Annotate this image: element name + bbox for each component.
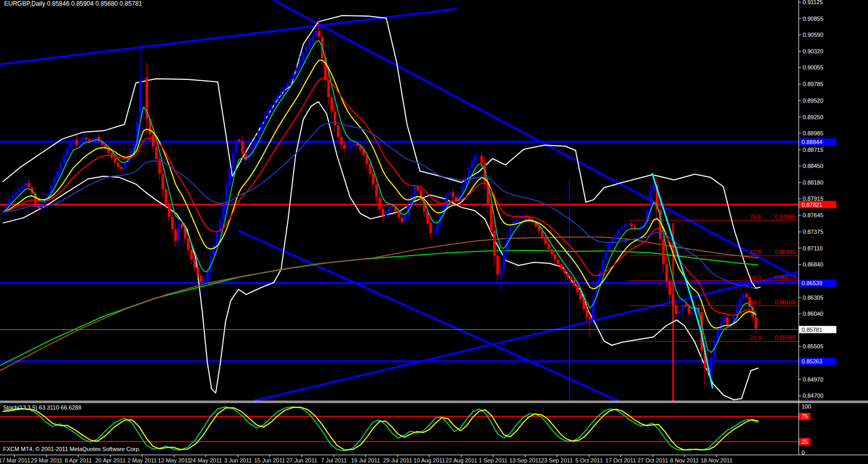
panel-separator[interactable] xyxy=(0,402,868,403)
fib-level-percent: 50.0 xyxy=(750,274,761,280)
stochastic-indicator-label: Stoch(13,3,5) 63.3110 66.6288 xyxy=(3,404,81,411)
fib-level-percent: 61.8 xyxy=(750,249,761,255)
date-axis-label[interactable]: 27 Jun 2011 xyxy=(286,457,317,463)
date-axis-label[interactable]: 20 Apr 2011 xyxy=(95,457,126,463)
date-axis-label[interactable]: 15 Jun 2011 xyxy=(254,457,285,463)
candle-body xyxy=(18,189,21,192)
candle-body xyxy=(193,259,196,268)
candle-body xyxy=(631,223,633,226)
candle-body xyxy=(349,146,352,148)
candle-body xyxy=(675,306,678,314)
candle-body xyxy=(206,272,209,281)
candle-body xyxy=(388,206,390,212)
date-axis-label[interactable]: 8 Apr 2011 xyxy=(65,457,92,463)
chart-background xyxy=(0,0,868,464)
fib-level-price: 0.86985 xyxy=(775,249,795,255)
candle-body xyxy=(229,168,231,186)
candle-body xyxy=(238,140,241,142)
copyright-label: FXCM MT4, © 2001-2011 MetaQuotes Softwar… xyxy=(3,446,141,452)
candle-body xyxy=(563,269,566,273)
candle-body xyxy=(244,153,247,160)
candle-body xyxy=(302,52,304,61)
candle-body xyxy=(267,110,269,116)
date-axis-label[interactable]: 18 Nov 2011 xyxy=(701,457,733,463)
candle-body xyxy=(263,116,266,123)
candle-body xyxy=(120,167,123,169)
candle-body xyxy=(152,134,155,146)
date-axis-label[interactable]: 5 Oct 2011 xyxy=(576,457,603,463)
date-axis-label[interactable]: 17 Mar 2011 xyxy=(0,457,30,463)
date-axis-label[interactable]: 12 May 2011 xyxy=(158,457,191,463)
price-axis-label: 0.85505 xyxy=(803,343,823,349)
date-axis-label[interactable]: 10 Aug 2011 xyxy=(414,457,445,463)
candle-body xyxy=(143,78,145,80)
chart-canvas[interactable]: 78.60.8756561.80.8698550.00.8657738.20.8… xyxy=(0,0,868,464)
price-axis-label: 0.86040 xyxy=(803,311,823,317)
date-axis-label[interactable]: 3 Jun 2011 xyxy=(224,457,252,463)
candle-body xyxy=(560,264,563,269)
date-axis-label[interactable]: 13 Sep 2011 xyxy=(509,457,541,463)
date-axis-label[interactable]: 19 Jul 2011 xyxy=(351,457,380,463)
date-axis-label[interactable]: 7 Jul 2011 xyxy=(321,457,347,463)
candle-body xyxy=(668,282,671,294)
candle-body xyxy=(235,140,237,152)
candle-body xyxy=(490,205,493,231)
date-axis-label[interactable]: 29 Mar 2011 xyxy=(31,457,63,463)
fib-level-price: 0.87565 xyxy=(775,214,795,220)
candle-body xyxy=(53,178,55,186)
date-axis-label[interactable]: 22 Aug 2011 xyxy=(446,457,478,463)
candle-body xyxy=(548,244,550,249)
candle-body xyxy=(468,168,470,177)
date-axis-label[interactable]: 23 Sep 2011 xyxy=(541,457,573,463)
candle-body xyxy=(343,145,346,149)
candle-body xyxy=(283,88,285,91)
candle-body xyxy=(493,231,496,256)
candle-body xyxy=(720,321,722,330)
price-axis-label: 0.91125 xyxy=(803,0,823,5)
candle-body xyxy=(544,237,547,244)
candle-body xyxy=(63,156,65,163)
candle-body xyxy=(417,187,419,191)
candle-body xyxy=(66,148,68,156)
candle-body xyxy=(598,271,601,283)
candle-body xyxy=(627,223,629,224)
price-axis-label: 0.84970 xyxy=(803,376,823,383)
candle-body xyxy=(123,164,126,169)
candle-body xyxy=(745,294,748,297)
price-axis-label: 0.89250 xyxy=(803,114,823,120)
candle-body xyxy=(691,313,693,314)
candle-body xyxy=(117,163,119,167)
candle-body xyxy=(334,111,337,125)
candle-body xyxy=(471,161,473,168)
date-axis-label[interactable]: 8 Nov 2011 xyxy=(670,457,698,463)
date-axis-label[interactable]: 17 Oct 2011 xyxy=(605,457,636,463)
candle-body xyxy=(452,192,454,197)
candle-body xyxy=(75,139,78,145)
candle-body xyxy=(337,125,340,137)
candle-body xyxy=(312,36,314,41)
candle-body xyxy=(155,147,158,160)
candle-body xyxy=(94,137,97,139)
candle-body xyxy=(710,358,712,373)
date-axis-label[interactable]: 2 May 2011 xyxy=(128,457,157,463)
fib-level-percent: 21.4 xyxy=(750,334,761,341)
candle-body xyxy=(241,141,244,153)
candle-body xyxy=(260,123,263,131)
candle-body xyxy=(515,219,518,221)
date-axis-label[interactable]: 1 Sep 2011 xyxy=(479,457,507,463)
date-axis-label[interactable]: 24 May 2011 xyxy=(190,457,222,463)
candle-body xyxy=(213,245,215,255)
candle-body xyxy=(729,324,732,325)
date-axis-label[interactable]: 27 Oct 2011 xyxy=(637,457,668,463)
fib-level-percent: 38.2 xyxy=(750,299,761,305)
candle-body xyxy=(187,238,190,250)
candle-body xyxy=(665,264,668,282)
candle-body xyxy=(551,249,553,255)
candle-body xyxy=(197,268,199,275)
price-axis-label: 0.88985 xyxy=(803,130,823,136)
candle-body xyxy=(554,255,556,260)
candle-body xyxy=(621,227,623,230)
candle-body xyxy=(216,233,218,245)
date-axis-label[interactable]: 29 Jul 2011 xyxy=(383,457,412,463)
candle-body xyxy=(477,156,480,156)
